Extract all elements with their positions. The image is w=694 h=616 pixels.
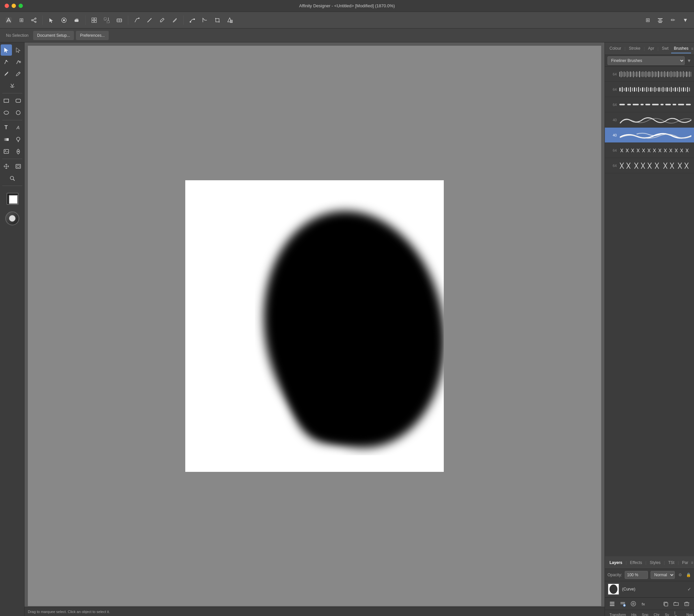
preferences-button[interactable]: Preferences... (76, 31, 109, 40)
add-layer-button[interactable] (618, 599, 627, 609)
constraints-button[interactable] (113, 14, 125, 26)
close-button[interactable] (5, 4, 9, 8)
layers-stack-button[interactable] (607, 599, 617, 609)
grid-button[interactable] (88, 14, 100, 26)
move-tool-button[interactable] (45, 14, 57, 26)
tab-swt[interactable]: Swt (659, 44, 671, 53)
text-tool-button[interactable]: T (1, 122, 12, 133)
opacity-input[interactable] (625, 571, 648, 579)
layers-panel-menu-button[interactable]: ≡ (691, 559, 693, 566)
toolbar-sep-2 (85, 16, 86, 25)
brush-size-row (4, 210, 21, 227)
group-layer-button[interactable] (672, 599, 681, 609)
corner-tool-button[interactable] (199, 14, 211, 26)
mask-button[interactable] (629, 599, 638, 609)
canvas-area[interactable]: Drag to marquee select. Click an object … (24, 42, 604, 616)
color-preview[interactable] (4, 190, 21, 207)
brush-tool-button[interactable] (169, 14, 181, 26)
place-tool-button[interactable] (13, 146, 24, 157)
brush-item-4[interactable]: 40 (605, 112, 694, 128)
svg-rect-61 (632, 72, 632, 77)
canvas-document[interactable] (185, 180, 444, 472)
pan-icon (3, 163, 9, 169)
circle-tool-button[interactable] (13, 107, 24, 118)
rounded-rect-button[interactable] (13, 95, 24, 106)
erase-tool-button[interactable] (71, 14, 83, 26)
tab-styles[interactable]: Styles (647, 558, 663, 567)
pan-tool-button[interactable] (1, 161, 12, 172)
crop-tool-button[interactable] (212, 14, 223, 26)
tab-effects[interactable]: Effects (627, 558, 645, 567)
svg-rect-116 (653, 88, 653, 91)
pencil-tool-button[interactable] (156, 14, 168, 26)
eyedropper-button[interactable] (13, 68, 24, 79)
fx-button[interactable]: fx (639, 599, 649, 609)
layer-settings-icon[interactable]: ⚙ (677, 571, 683, 579)
brush-item-7[interactable]: 64 (605, 158, 694, 173)
line-tool-button[interactable] (144, 14, 156, 26)
tab-apr[interactable]: Apr (645, 44, 657, 53)
transform-tool-button[interactable] (224, 14, 236, 26)
app-logo-button[interactable] (3, 14, 15, 26)
tab-par[interactable]: Par (679, 558, 691, 567)
brush-item-3[interactable]: 64 (605, 97, 694, 112)
layer-visible-icon[interactable]: ✓ (687, 586, 691, 592)
studio-button[interactable]: ⊞ (15, 14, 27, 26)
svg-rect-9 (75, 20, 78, 22)
view-tool-button[interactable] (13, 161, 24, 172)
node-tool-button[interactable] (186, 14, 198, 26)
select-tool-button[interactable] (1, 44, 12, 56)
svg-rect-101 (622, 87, 623, 92)
maximize-button[interactable] (19, 4, 23, 8)
tab-brushes[interactable]: Brushes (671, 44, 691, 53)
brush-item-2[interactable]: 64 (605, 82, 694, 97)
ellipse-tool-button[interactable] (1, 107, 12, 118)
brush-size-dial[interactable] (5, 211, 19, 225)
brush-item-5[interactable]: 40 (605, 128, 694, 143)
background-color[interactable] (8, 195, 18, 204)
tab-layers[interactable]: Layers (607, 558, 625, 567)
tab-colour[interactable]: Colour (607, 44, 624, 53)
edit-button[interactable]: ✏ (667, 14, 679, 26)
gradient-tool-button[interactable] (1, 134, 12, 145)
tab-tst[interactable]: TSt (665, 558, 677, 567)
pen-tool-right[interactable] (13, 56, 24, 68)
tab-his[interactable]: His (629, 612, 639, 616)
layer-lock-icon[interactable]: 🔒 (686, 571, 691, 579)
arrange-button[interactable]: ⊞ (642, 14, 654, 26)
document-setup-button[interactable]: Document Setup... (33, 31, 74, 40)
fill-tool-left[interactable] (7, 80, 18, 91)
svg-rect-84 (668, 71, 668, 77)
brush-item-6[interactable]: 64 (605, 143, 694, 158)
align-button[interactable] (654, 14, 666, 26)
blend-mode-select[interactable]: Normal (651, 571, 675, 579)
tab-stroke[interactable]: Stroke (626, 44, 643, 53)
minimize-button[interactable] (12, 4, 16, 8)
tab-transform[interactable]: Transform (607, 612, 628, 616)
tab-sy[interactable]: Sy (663, 612, 671, 616)
text-path-button[interactable]: A (13, 122, 24, 133)
brush-item-1[interactable]: 64 (605, 67, 694, 82)
tab-chr[interactable]: Chr (652, 612, 661, 616)
tab-nvg[interactable]: Nvg (684, 612, 694, 616)
duplicate-layer-button[interactable] (661, 599, 670, 609)
zoom-tool-button[interactable] (7, 173, 18, 184)
tab-snp[interactable]: Snp (640, 612, 651, 616)
delete-layer-button[interactable] (682, 599, 691, 609)
brush-category-select[interactable]: Fineliner Brushes (607, 56, 685, 65)
node-select-button[interactable] (13, 44, 24, 56)
share-button[interactable] (28, 14, 40, 26)
snapping-button[interactable] (101, 14, 113, 26)
brush-size-control[interactable] (4, 210, 21, 227)
image-tool-button[interactable] (1, 146, 12, 157)
pen-tool-left[interactable] (1, 56, 12, 68)
pen-tool-button[interactable] (131, 14, 143, 26)
brush-panel-menu-button[interactable]: ≡ (691, 45, 693, 52)
color-fill-button[interactable] (13, 134, 24, 145)
paint-brush-button[interactable] (1, 68, 12, 79)
tab-con[interactable]: | Con (673, 610, 683, 616)
layer-item-curve[interactable]: (Curve) ✓ (605, 581, 694, 597)
more-button[interactable]: ▼ (679, 14, 691, 26)
rect-tool-button[interactable] (1, 95, 12, 106)
fill-tool-button[interactable] (58, 14, 70, 26)
